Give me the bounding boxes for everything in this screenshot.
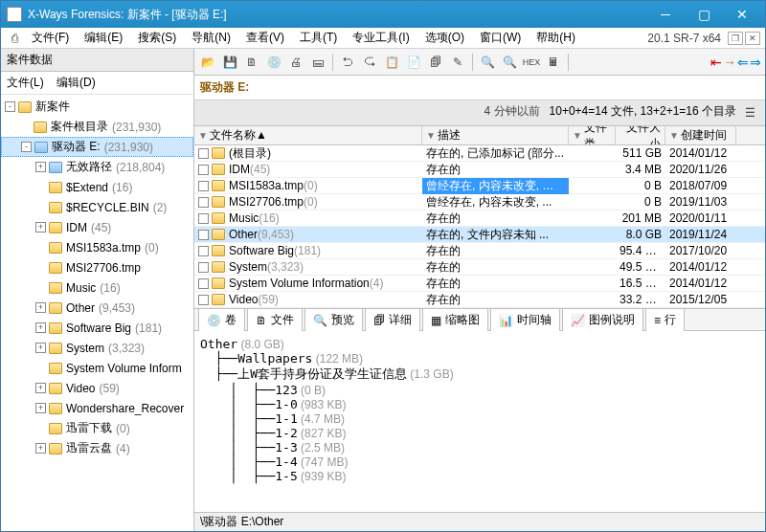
detail-tab[interactable]: 🔍预览 (304, 308, 363, 331)
expand-icon[interactable]: + (35, 222, 46, 233)
expand-icon[interactable]: - (5, 101, 15, 112)
mdi-close-button[interactable]: ✕ (745, 32, 760, 45)
minimize-button[interactable]: ─ (646, 4, 685, 25)
detail-tab[interactable]: 💿卷 (198, 308, 245, 331)
path-bar[interactable]: 驱动器 E: (194, 76, 765, 100)
tree-row[interactable]: +Software Big(181) (1, 318, 193, 338)
maximize-button[interactable]: ▢ (685, 4, 723, 25)
menu-item[interactable]: 编辑(E) (77, 29, 130, 46)
table-row[interactable]: Music (16)存在的201 MB2020/01/11 (194, 211, 765, 227)
expand-icon[interactable]: + (35, 403, 46, 413)
mdi-restore-button[interactable]: ❐ (728, 32, 743, 45)
menu-item[interactable]: 查看(V) (238, 29, 292, 46)
expand-icon[interactable] (35, 242, 46, 253)
checkbox[interactable] (198, 230, 209, 240)
grid-header[interactable]: ▼文件名称▲ ▼描述 ▼文件类 文件大小 ▼创建时间 (194, 126, 765, 145)
checkbox[interactable] (198, 246, 209, 256)
checkbox[interactable] (198, 213, 209, 224)
menu-item[interactable]: 帮助(H) (529, 29, 583, 46)
expand-icon[interactable]: + (35, 443, 46, 454)
detail-tab[interactable]: ≡行 (645, 308, 685, 331)
case-edit-menu[interactable]: 编辑(D) (56, 76, 96, 89)
table-row[interactable]: Software Big (181)存在的95.4 GB2017/10/20 (194, 243, 765, 259)
expand-icon[interactable] (20, 122, 31, 132)
detail-tab[interactable]: 📈图例说明 (562, 308, 643, 331)
expand-icon[interactable] (35, 423, 46, 433)
expand-icon[interactable]: + (35, 343, 46, 353)
expand-icon[interactable]: - (21, 142, 32, 152)
table-row[interactable]: System Volume Information (4)存在的16.5 MB2… (194, 276, 765, 292)
col-type[interactable]: 文件类 (584, 126, 611, 144)
tree-row[interactable]: -新案件 (1, 97, 193, 117)
col-desc[interactable]: 描述 (438, 127, 461, 144)
save-icon[interactable]: 💾 (220, 53, 239, 72)
table-row[interactable]: (根目录)存在的, 已添加标记 (部分...511 GB2014/01/12 (194, 145, 765, 162)
detail-tab[interactable]: ▦缩略图 (422, 308, 488, 331)
disk-icon[interactable]: 💿 (264, 53, 283, 72)
filter-icon[interactable]: ▼ (573, 130, 582, 141)
print-icon[interactable]: 🖨 (286, 53, 305, 72)
menu-item[interactable]: 文件(F) (24, 29, 77, 46)
detail-tab[interactable]: 🗎文件 (247, 308, 303, 331)
case-file-menu[interactable]: 文件(L) (7, 76, 44, 89)
tree-row[interactable]: +无效路径(218,804) (1, 157, 193, 177)
tree-row[interactable]: $RECYCLE.BIN(2) (1, 197, 193, 217)
tree-row[interactable]: 案件根目录(231,930) (1, 117, 193, 137)
prop-icon[interactable]: 🗎 (242, 53, 261, 72)
tree-row[interactable]: +System(3,323) (1, 338, 193, 358)
tree-row[interactable]: +迅雷云盘(4) (1, 438, 193, 458)
table-row[interactable]: Other (9,453)存在的, 文件内容未知 ...8.0 GB2019/1… (194, 227, 765, 243)
menu-item[interactable]: 工具(T) (292, 29, 345, 46)
filter-icon[interactable]: ▼ (198, 130, 208, 141)
tree-row[interactable]: +Video(59) (1, 378, 193, 398)
menu-item[interactable]: 搜索(S) (130, 29, 184, 46)
expand-icon[interactable] (35, 262, 46, 273)
file-grid[interactable]: ▼文件名称▲ ▼描述 ▼文件类 文件大小 ▼创建时间 (根目录)存在的, 已添加… (194, 126, 765, 308)
tree-row[interactable]: System Volume Inform (1, 358, 193, 378)
back-icon[interactable]: ⮌ (338, 53, 357, 72)
expand-icon[interactable]: + (35, 162, 46, 172)
open-icon[interactable]: 📂 (198, 53, 217, 72)
find2-icon[interactable]: 🔍 (500, 53, 519, 72)
filter-icon[interactable]: ▼ (669, 130, 679, 141)
checkbox[interactable] (198, 295, 209, 305)
menu-item[interactable]: 导航(N) (184, 29, 238, 46)
calc-icon[interactable]: 🖩 (544, 53, 563, 72)
tree-row[interactable]: -驱动器 E:(231,930) (1, 137, 193, 157)
checkbox[interactable] (198, 148, 209, 159)
table-row[interactable]: Video (59)存在的33.2 GB2015/12/05 (194, 292, 765, 308)
expand-icon[interactable] (35, 282, 46, 293)
tree-row[interactable]: +Wondershare_Recover (1, 398, 193, 418)
filter-icon[interactable]: ▼ (426, 130, 436, 141)
checkbox[interactable] (198, 197, 209, 208)
expand-icon[interactable]: + (35, 383, 46, 393)
detail-tab[interactable]: 📊时间轴 (490, 308, 560, 331)
paste-icon[interactable]: 📄 (404, 53, 423, 72)
tree-row[interactable]: 迅雷下载(0) (1, 418, 193, 438)
tree-row[interactable]: MSI1583a.tmp(0) (1, 237, 193, 257)
doc-icon[interactable]: 🗐 (426, 53, 445, 72)
table-row[interactable]: MSI27706.tmp (0)曾经存在, 内容未改变, ...0 B2019/… (194, 194, 765, 211)
nav-next-icon[interactable]: ⇐ (737, 55, 749, 70)
nav-last-icon[interactable]: ⇒ (750, 55, 761, 70)
expand-icon[interactable] (35, 182, 46, 192)
checkbox[interactable] (198, 181, 209, 191)
info-list-icon[interactable]: ☰ (740, 103, 759, 122)
menu-item[interactable]: 窗口(W) (472, 29, 529, 46)
checkbox[interactable] (198, 278, 209, 289)
menu-item[interactable]: 选项(O) (417, 29, 472, 46)
copy-icon[interactable]: 📋 (382, 53, 401, 72)
hdd-icon[interactable]: 🖴 (308, 53, 327, 72)
menu-item[interactable]: 专业工具(I) (345, 29, 417, 46)
table-row[interactable]: System (3,323)存在的49.5 GB2014/01/12 (194, 259, 765, 276)
table-row[interactable]: IDM (45)存在的3.4 MB2020/11/26 (194, 162, 765, 178)
nav-first-icon[interactable]: ⇤ (710, 55, 722, 70)
close-button[interactable]: ✕ (723, 4, 761, 25)
hex-icon[interactable]: HEX (522, 53, 541, 72)
table-row[interactable]: MSI1583a.tmp (0)曾经存在, 内容未改变, 已查看0 B2018/… (194, 178, 765, 194)
col-date[interactable]: 创建时间 (681, 127, 727, 144)
tree-row[interactable]: MSI27706.tmp (1, 257, 193, 277)
tree-row[interactable]: $Extend(16) (1, 177, 193, 197)
tree-row[interactable]: +IDM(45) (1, 217, 193, 237)
fwd-icon[interactable]: ⮎ (360, 53, 379, 72)
